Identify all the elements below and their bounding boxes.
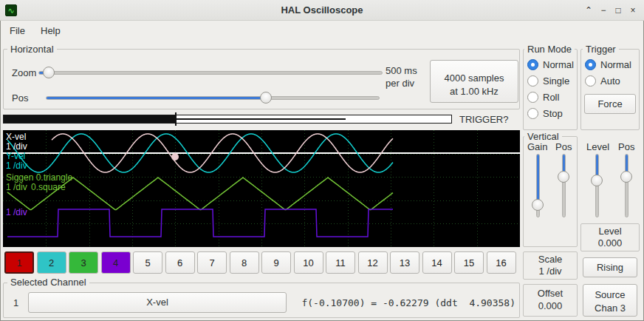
trigger-level-slider-knob[interactable] [591,175,603,186]
scope-channel-label: 1 /div [6,182,27,192]
vertical-pos-slider[interactable] [557,154,570,217]
channel-button-15[interactable]: 15 [454,251,484,274]
trigger-pos-slider-groove [625,154,628,217]
channel-button-14[interactable]: 14 [422,251,452,274]
timebase-unit: per div [386,77,417,89]
maximize-button[interactable]: □ [612,4,625,17]
pos-slider-knob[interactable] [260,92,272,104]
scope-channel-label: Siggen 0.triangle [6,172,72,183]
radio-checked-icon[interactable] [527,59,538,70]
trigger-source-value: Chan 3 [583,302,637,315]
trigger-position-marker[interactable] [175,112,177,126]
channel-button-11[interactable]: 11 [326,251,355,274]
channel-button-8[interactable]: 8 [230,251,259,274]
trigger-point-marker [171,153,179,160]
trigger-options: NormalAuto [585,58,631,87]
run-mode-option-single[interactable]: Single [527,75,574,87]
scope-channel-label: X-vel [6,132,26,142]
radio-unchecked-icon[interactable] [527,75,538,87]
trigger-edge-button[interactable]: Rising [583,257,637,277]
trigger-option-normal[interactable]: Normal [585,58,631,70]
channel-name-button[interactable]: X-vel [28,292,287,313]
samples-button[interactable]: 4000 samples at 1.00 kHz [430,60,518,103]
radio-unchecked-icon[interactable] [527,92,538,103]
scope-channel-label: Y-vel [6,151,25,161]
vertical-pos-slider-groove [562,154,566,217]
trigger-pos-slider[interactable] [620,154,633,217]
scope-traces-svg [3,130,520,247]
radio-checked-icon[interactable] [585,59,596,70]
samples-rate: at 1.00 kHz [431,85,518,98]
offset-label: Offset [523,288,578,299]
close-button[interactable]: × [626,4,640,17]
scale-label: Scale [523,254,578,265]
menu-file[interactable]: File [7,25,27,36]
scope-channel-label: 1 /div [6,141,27,152]
trigger-source-label: Source [583,288,637,302]
selected-channel-number: 1 [13,297,18,308]
vertical-pos-label: Pos [555,141,572,152]
run-mode-option-normal[interactable]: Normal [527,58,574,70]
menubar: File Help [0,21,644,40]
scope-channel-label: 0.square [31,182,66,192]
trigger-question-label: TRIGGER? [459,114,508,125]
square-trace [7,209,393,237]
channel-button-1[interactable]: 1 [4,251,34,274]
timeline-filled-segment [4,115,176,123]
trigger-legend: Trigger [583,44,619,55]
channel-button-10[interactable]: 10 [294,251,323,274]
vertical-legend: Vertical [524,131,562,142]
minimize-button[interactable]: − [597,4,610,17]
pos-slider[interactable] [46,91,380,104]
menu-help[interactable]: Help [38,25,63,36]
channel-button-6[interactable]: 6 [165,251,195,274]
scope-channel-label: 1 /div [6,207,27,217]
channel-button-5[interactable]: 5 [133,251,162,274]
channel-button-16[interactable]: 16 [487,251,516,274]
samples-count: 4000 samples [431,72,518,85]
gain-slider-knob[interactable] [532,199,544,211]
zoom-slider[interactable] [38,66,383,79]
gain-slider-fill [537,155,539,204]
trigger-pos-slider-label: Pos [618,141,634,152]
radio-unchecked-icon[interactable] [585,75,596,87]
channel-button-4[interactable]: 4 [101,251,131,274]
channel-button-13[interactable]: 13 [390,251,419,274]
channel-button-7[interactable]: 7 [197,251,227,274]
zoom-slider-groove [38,71,383,75]
scale-value: 1 /div [523,266,578,277]
shade-button[interactable]: ⌃ [582,4,595,17]
trigger-level-slider-label: Level [586,141,609,152]
channel-button-3[interactable]: 3 [69,251,98,274]
trigger-level-slider[interactable] [590,154,603,217]
run-mode-option-label: Single [543,75,569,87]
titlebar[interactable]: ∿ HAL Oscilloscope ⌃ − □ × [0,0,644,21]
pos-slider-groove [46,96,380,100]
run-mode-option-roll[interactable]: Roll [527,91,574,103]
app-window: ∿ HAL Oscilloscope ⌃ − □ × File Help Hor… [0,0,644,321]
trigger-level-value: 0.000 [580,237,640,249]
zoom-slider-knob[interactable] [43,67,55,78]
horizontal-legend: Horizontal [7,44,57,55]
timeline-data-extent [176,118,346,120]
pos-slider-fill [47,97,266,99]
run-mode-legend: Run Mode [524,44,575,55]
run-mode-option-label: Roll [543,92,559,103]
force-button[interactable]: Force [584,94,636,114]
vertical-pos-slider-knob[interactable] [558,171,569,183]
offset-value: 0.000 [523,300,578,311]
channel-button-12[interactable]: 12 [358,251,388,274]
channel-button-row: 12345678910111213141516 [0,251,520,274]
trigger-source-button[interactable]: Source Chan 3 [583,284,637,317]
timeline-bar[interactable] [3,115,452,124]
run-mode-option-stop[interactable]: Stop [527,107,574,119]
channel-button-2[interactable]: 2 [37,251,66,274]
run-mode-option-label: Stop [543,108,563,119]
gain-slider[interactable] [531,154,544,217]
channel-button-9[interactable]: 9 [261,251,291,274]
trigger-option-label: Normal [600,59,631,70]
radio-unchecked-icon[interactable] [527,108,538,119]
scope-display[interactable]: X-vel1 /divY-vel1 /divSiggen 0.triangle1… [3,130,520,247]
trigger-pos-slider-knob[interactable] [620,171,632,183]
trigger-option-auto[interactable]: Auto [585,75,631,87]
